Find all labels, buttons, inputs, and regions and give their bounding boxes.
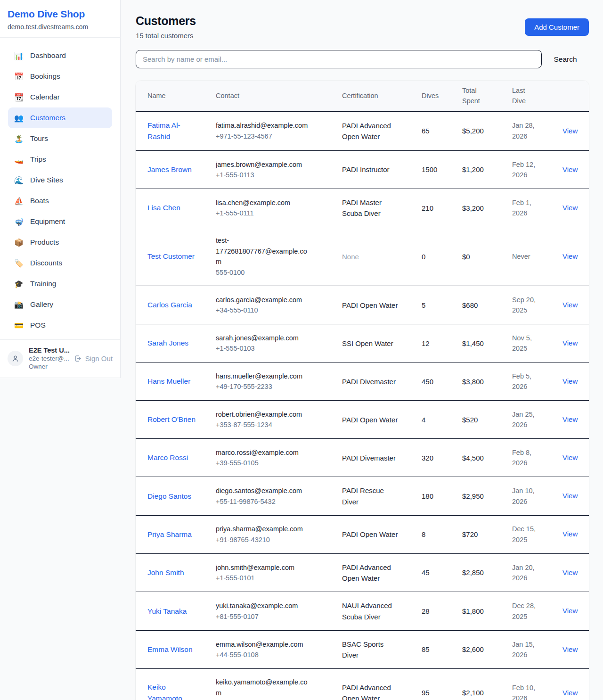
sidebar-nav: 📊Dashboard📅Bookings📆Calendar👥Customers🏝️… xyxy=(0,38,120,339)
search-button[interactable]: Search xyxy=(542,55,589,64)
customer-name-link[interactable]: John Smith xyxy=(147,567,199,578)
pos-icon: 💳 xyxy=(14,321,24,330)
view-cell: View xyxy=(562,644,581,656)
last-dive-cell: Feb 10, 2026 xyxy=(512,683,547,700)
sidebar-item-training[interactable]: 🎓Training xyxy=(8,273,112,294)
customer-count: 15 total customers xyxy=(136,32,196,40)
column-header-dives: Dives xyxy=(422,86,462,106)
view-cell: View xyxy=(562,376,581,387)
customer-name-link[interactable]: Robert O'Brien xyxy=(147,414,199,425)
contact-cell: diego.santos@example.com +55-11-99876-54… xyxy=(216,486,317,507)
view-link[interactable]: View xyxy=(562,127,578,135)
customer-email: lisa.chen@example.com xyxy=(216,198,311,208)
dashboard-icon: 📊 xyxy=(14,51,24,60)
sidebar-item-discounts[interactable]: 🏷️Discounts xyxy=(8,253,112,273)
view-link[interactable]: View xyxy=(562,607,578,615)
view-link[interactable]: View xyxy=(562,377,578,385)
customer-name-link[interactable]: James Brown xyxy=(147,164,199,175)
dives-cell: 28 xyxy=(422,606,462,617)
dives-cell: 4 xyxy=(422,414,462,425)
sidebar-item-tours[interactable]: 🏝️Tours xyxy=(8,128,112,149)
customer-name-link[interactable]: Sarah Jones xyxy=(147,338,199,349)
dives-cell: 95 xyxy=(422,687,462,698)
user-box: E2E Test U... e2e-tester@... Owner Sign … xyxy=(0,339,120,378)
view-link[interactable]: View xyxy=(562,453,578,461)
customer-phone: +1-555-0101 xyxy=(216,573,311,583)
sidebar-item-boats[interactable]: ⛵Boats xyxy=(8,190,112,211)
last-dive-cell: Feb 1, 2026 xyxy=(512,198,547,219)
sidebar-item-equipment[interactable]: 🤿Equipment xyxy=(8,211,112,232)
view-link[interactable]: View xyxy=(562,689,578,697)
total-spent-cell: $4,500 xyxy=(462,453,512,463)
view-link[interactable]: View xyxy=(562,301,578,309)
sign-out-button[interactable]: Sign Out xyxy=(74,354,113,362)
avatar xyxy=(8,351,23,366)
customer-name-link[interactable]: Lisa Chen xyxy=(147,202,199,214)
customer-name-link[interactable]: Yuki Tanaka xyxy=(147,606,199,617)
customer-name-link[interactable]: Keiko Yamamoto xyxy=(147,682,199,700)
table-row: Marco Rossi marco.rossi@example.com +39-… xyxy=(136,439,589,477)
customer-name-link[interactable]: Diego Santos xyxy=(147,491,199,502)
view-link[interactable]: View xyxy=(562,252,578,260)
customer-name-link[interactable]: Fatima Al-Rashid xyxy=(147,120,199,142)
user-icon xyxy=(11,354,19,362)
contact-cell: robert.obrien@example.com +353-87-555-12… xyxy=(216,409,317,430)
total-spent-cell: $1,450 xyxy=(462,338,512,349)
sidebar-item-pos[interactable]: 💳POS xyxy=(8,315,112,336)
sign-out-label: Sign Out xyxy=(85,354,113,362)
contact-cell: sarah.jones@example.com +1-555-0103 xyxy=(216,333,317,354)
view-link[interactable]: View xyxy=(562,530,578,538)
total-spent-cell: $5,200 xyxy=(462,125,512,136)
customer-name-link[interactable]: Test Customer xyxy=(147,251,199,262)
table-row: Keiko Yamamoto keiko.yamamoto@example.co… xyxy=(136,669,589,700)
sidebar-item-dashboard[interactable]: 📊Dashboard xyxy=(8,45,112,66)
sidebar-item-calendar[interactable]: 📆Calendar xyxy=(8,87,112,107)
contact-cell: fatima.alrashid@example.com +971-55-123-… xyxy=(216,120,317,141)
sidebar-item-label: Customers xyxy=(30,114,65,122)
add-customer-button[interactable]: Add Customer xyxy=(525,18,589,36)
customer-email: yuki.tanaka@example.com xyxy=(216,601,311,611)
contact-cell: emma.wilson@example.com +44-555-0108 xyxy=(216,639,317,660)
customer-name-link[interactable]: Priya Sharma xyxy=(147,529,199,540)
last-dive-cell: Jan 10, 2026 xyxy=(512,486,547,507)
total-spent-cell: $3,800 xyxy=(462,376,512,387)
sidebar-item-bookings[interactable]: 📅Bookings xyxy=(8,66,112,87)
table-row: John Smith john.smith@example.com +1-555… xyxy=(136,554,589,593)
customer-name-cell: James Brown xyxy=(147,164,216,175)
view-link[interactable]: View xyxy=(562,645,578,653)
customer-name-link[interactable]: Hans Mueller xyxy=(147,376,199,387)
sidebar-item-dive-sites[interactable]: 🌊Dive Sites xyxy=(8,170,112,190)
total-spent-cell: $0 xyxy=(462,251,512,262)
view-link[interactable]: View xyxy=(562,415,578,423)
sidebar-item-label: Training xyxy=(30,280,56,288)
sidebar-item-gallery[interactable]: 📸Gallery xyxy=(8,294,112,315)
total-spent-cell: $2,600 xyxy=(462,644,512,655)
view-cell: View xyxy=(562,605,581,617)
customer-name-link[interactable]: Marco Rossi xyxy=(147,452,199,463)
sidebar-item-trips[interactable]: 🚤Trips xyxy=(8,149,112,170)
dives-cell: 45 xyxy=(422,567,462,578)
certification-cell: PADI Advanced Open Water xyxy=(342,682,406,700)
customer-email: keiko.yamamoto@example.com xyxy=(216,677,311,698)
view-link[interactable]: View xyxy=(562,204,578,212)
certification-cell: PADI Advanced Open Water xyxy=(342,120,406,142)
customer-name-link[interactable]: Emma Wilson xyxy=(147,644,199,655)
shop-name: Demo Dive Shop xyxy=(8,8,113,20)
main-content: Customers 15 total customers Add Custome… xyxy=(121,0,603,700)
sidebar-item-label: Bookings xyxy=(30,72,60,81)
view-link[interactable]: View xyxy=(562,339,578,347)
sidebar-item-products[interactable]: 📦Products xyxy=(8,232,112,253)
customer-phone: +81-555-0107 xyxy=(216,611,311,622)
certification-cell: SSI Open Water xyxy=(342,338,406,349)
view-link[interactable]: View xyxy=(562,165,578,173)
contact-cell: lisa.chen@example.com +1-555-0111 xyxy=(216,198,317,219)
view-link[interactable]: View xyxy=(562,492,578,500)
view-cell: View xyxy=(562,528,581,540)
dives-cell: 65 xyxy=(422,125,462,136)
sidebar-item-customers[interactable]: 👥Customers xyxy=(8,107,112,128)
customer-name-link[interactable]: Carlos Garcia xyxy=(147,299,199,311)
dives-cell: 450 xyxy=(422,376,462,387)
customer-phone: +44-555-0108 xyxy=(216,650,311,660)
search-input[interactable] xyxy=(136,50,542,68)
view-link[interactable]: View xyxy=(562,568,578,576)
